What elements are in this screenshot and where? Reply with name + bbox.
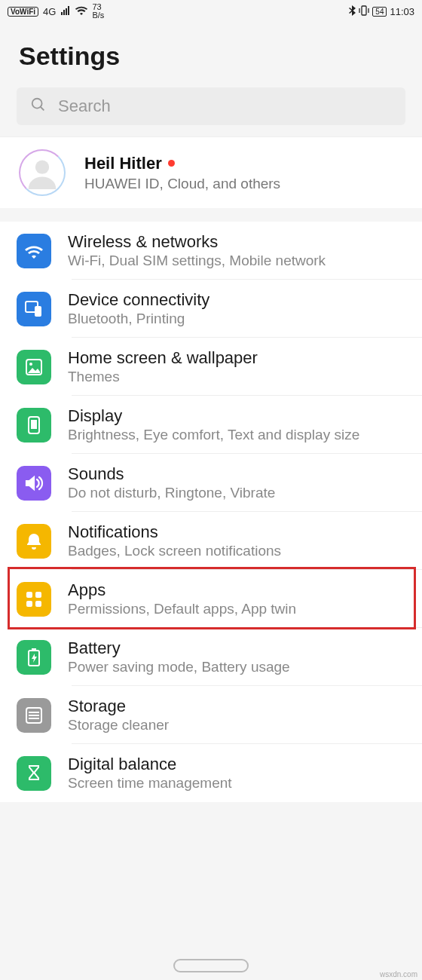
account-name: Heil Hitler	[84, 154, 280, 173]
item-label: Display	[68, 406, 359, 426]
svg-rect-0	[362, 6, 366, 15]
apps-icon	[17, 582, 51, 617]
item-label: Wireless & networks	[68, 232, 326, 252]
item-sub: Do not disturb, Ringtone, Vibrate	[68, 485, 275, 501]
settings-item-display[interactable]: Display Brightness, Eye comfort, Text an…	[0, 396, 422, 454]
item-sub: Power saving mode, Battery usage	[68, 659, 290, 675]
display-icon	[17, 408, 51, 443]
settings-list: Wireless & networks Wi-Fi, Dual SIM sett…	[0, 222, 422, 802]
search-icon	[30, 96, 47, 116]
network-label: 4G	[43, 6, 56, 17]
vibrate-icon	[359, 5, 369, 18]
sound-icon	[17, 466, 51, 501]
item-label: Notifications	[68, 522, 281, 542]
item-sub: Themes	[68, 369, 258, 385]
item-sub: Permissions, Default apps, App twin	[68, 601, 296, 617]
item-sub: Wi-Fi, Dual SIM settings, Mobile network	[68, 253, 326, 269]
wallpaper-icon	[17, 350, 51, 384]
settings-item-storage[interactable]: Storage Storage cleaner	[0, 686, 422, 744]
status-bar: VoWiFi 4G 73B/s 54 11:03	[0, 0, 422, 23]
watermark: wsxdn.com	[380, 970, 417, 978]
svg-point-2	[35, 161, 49, 174]
page-header: Settings	[0, 23, 422, 87]
item-label: Device connectivity	[68, 290, 209, 310]
bluetooth-icon	[348, 5, 356, 18]
devices-icon	[17, 292, 51, 326]
avatar	[19, 149, 66, 196]
search-input[interactable]: Search	[17, 87, 405, 125]
item-sub: Bluetooth, Printing	[68, 311, 209, 327]
settings-item-digital-balance[interactable]: Digital balance Screen time management	[0, 744, 422, 802]
account-row[interactable]: Heil Hitler HUAWEI ID, Cloud, and others	[0, 136, 422, 208]
wifi-status-icon	[75, 6, 87, 17]
bell-icon	[17, 524, 51, 559]
notification-dot-icon	[168, 160, 175, 167]
item-label: Battery	[68, 639, 290, 658]
item-sub: Screen time management	[68, 775, 232, 792]
signal-icon	[60, 6, 71, 17]
item-label: Home screen & wallpaper	[68, 348, 258, 368]
wifi-icon	[17, 234, 51, 268]
item-sub: Badges, Lock screen notifications	[68, 543, 281, 559]
account-sub: HUAWEI ID, Cloud, and others	[84, 176, 280, 192]
gesture-pill[interactable]	[173, 959, 249, 972]
item-sub: Brightness, Eye comfort, Text and displa…	[68, 427, 359, 443]
battery-icon	[17, 640, 51, 675]
item-sub: Storage cleaner	[68, 717, 169, 733]
page-title: Settings	[19, 41, 403, 71]
settings-item-apps[interactable]: Apps Permissions, Default apps, App twin	[0, 570, 422, 628]
item-label: Sounds	[68, 464, 275, 484]
settings-item-battery[interactable]: Battery Power saving mode, Battery usage	[0, 628, 422, 686]
item-label: Storage	[68, 697, 169, 716]
battery-indicator: 54	[372, 7, 387, 17]
vowifi-badge: VoWiFi	[8, 7, 38, 17]
settings-item-device-connectivity[interactable]: Device connectivity Bluetooth, Printing	[0, 280, 422, 338]
settings-item-home-screen-wallpaper[interactable]: Home screen & wallpaper Themes	[0, 338, 422, 396]
data-speed: 73B/s	[92, 3, 104, 20]
svg-point-1	[32, 99, 42, 109]
item-label: Apps	[68, 580, 296, 600]
settings-item-wireless-networks[interactable]: Wireless & networks Wi-Fi, Dual SIM sett…	[0, 222, 422, 280]
hourglass-icon	[17, 756, 51, 791]
search-placeholder: Search	[58, 96, 111, 116]
settings-item-notifications[interactable]: Notifications Badges, Lock screen notifi…	[0, 512, 422, 570]
item-label: Digital balance	[68, 755, 232, 774]
clock: 11:03	[390, 6, 414, 17]
storage-icon	[17, 698, 51, 733]
settings-item-sounds[interactable]: Sounds Do not disturb, Ringtone, Vibrate	[0, 454, 422, 512]
